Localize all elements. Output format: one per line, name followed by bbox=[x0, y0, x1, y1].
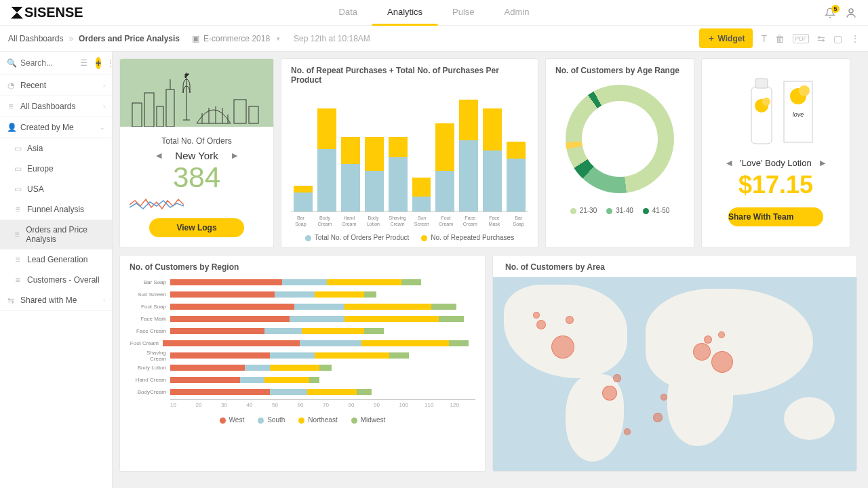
present-icon[interactable]: ▢ bbox=[833, 33, 842, 44]
tab-data[interactable]: Data bbox=[324, 0, 372, 26]
sidebar-item-funnel-analysis[interactable]: ≡Funnel Analysis bbox=[0, 199, 112, 220]
search-icon: 🔍 bbox=[7, 58, 15, 68]
svg-rect-14 bbox=[249, 106, 258, 123]
product-image: love bbox=[711, 66, 840, 154]
card-title: No. of Customers by Age Range bbox=[555, 66, 684, 75]
notification-count: 5 bbox=[831, 5, 840, 13]
legend-21-30: 21-30 bbox=[570, 207, 597, 214]
sidebar-item-usa[interactable]: ▭USA bbox=[0, 179, 112, 199]
add-widget-button[interactable]: ＋Widget bbox=[699, 28, 753, 48]
svg-point-17 bbox=[799, 85, 810, 96]
svg-rect-3 bbox=[157, 106, 163, 127]
product-name: 'Love' Body Lotion bbox=[740, 158, 811, 168]
card-customers-region: No. of Customers by Region Bar SoapSun S… bbox=[119, 255, 486, 472]
logo: SISENSE bbox=[11, 5, 83, 20]
cube-icon: ▣ bbox=[192, 34, 199, 43]
share-team-button[interactable]: Share With Team bbox=[728, 207, 823, 226]
svg-point-0 bbox=[849, 9, 853, 13]
legend-orders: Total No. of Orders Per Product bbox=[305, 234, 410, 241]
folder-icon: ▭ bbox=[14, 144, 22, 153]
search-input[interactable] bbox=[20, 58, 75, 68]
sidebar-all[interactable]: ≡All Dashboards› bbox=[0, 96, 112, 117]
svg-rect-20 bbox=[755, 79, 768, 88]
clock-icon: ◔ bbox=[7, 81, 15, 90]
folder-icon: ≡ bbox=[14, 275, 22, 285]
bar-chart bbox=[291, 90, 528, 212]
card-repeat-purchases: No. of Repeat Purchases + Total No. of P… bbox=[281, 58, 538, 248]
tab-admin[interactable]: Admin bbox=[490, 0, 545, 26]
folder-icon: ≡ bbox=[14, 205, 22, 214]
folder-icon: ≡ bbox=[14, 230, 20, 239]
next-arrow-icon[interactable]: ▶ bbox=[232, 151, 237, 160]
main-tabs: DataAnalyticsPulseAdmin bbox=[324, 0, 545, 26]
svg-rect-13 bbox=[234, 100, 246, 123]
more-icon[interactable]: ⋮ bbox=[850, 33, 860, 44]
legend-41-50: 41-50 bbox=[643, 207, 670, 214]
dataset-selector[interactable]: ▣ E-commerce 2018 ▾ bbox=[192, 34, 280, 43]
last-refresh-time: Sep 12th at 10:18AM bbox=[294, 34, 370, 43]
legend-midwest: Midwest bbox=[351, 416, 386, 424]
legend-northeast: Northeast bbox=[298, 416, 337, 424]
skyline-illustration bbox=[120, 59, 273, 127]
next-arrow-icon[interactable]: ▶ bbox=[820, 159, 825, 167]
prev-arrow-icon[interactable]: ◀ bbox=[156, 151, 161, 160]
more-icon[interactable]: ⋮ bbox=[106, 58, 115, 68]
card-title: Total No. Of Orders bbox=[130, 136, 264, 146]
tab-analytics[interactable]: Analytics bbox=[372, 0, 437, 26]
sidebar-created-by-me[interactable]: 👤Created by Me⌄ bbox=[0, 117, 112, 138]
sidebar-item-lead-generation[interactable]: ≡Lead Generation bbox=[0, 249, 112, 270]
card-title: No. of Repeat Purchases + Total No. of P… bbox=[291, 66, 528, 85]
chevron-down-icon: ⌄ bbox=[100, 124, 105, 131]
sidebar-item-europe[interactable]: ▭Europe bbox=[0, 159, 112, 179]
folder-icon: ≡ bbox=[14, 255, 22, 264]
bell-icon[interactable]: 5 bbox=[825, 7, 835, 18]
breadcrumb-current[interactable]: Orders and Price Analysis bbox=[79, 34, 180, 43]
sidebar-item-orders-and-price-analysis[interactable]: ≡Orders and Price Analysis bbox=[0, 220, 112, 249]
list-icon: ≡ bbox=[7, 102, 15, 111]
orders-city: New York bbox=[175, 150, 218, 161]
sidebar-item-asia[interactable]: ▭Asia bbox=[0, 138, 112, 159]
sidebar: 🔍 ☰ + ⋮ ◔Recent› ≡All Dashboards› 👤Creat… bbox=[0, 52, 113, 488]
card-customers-area: No. of Customers by Area bbox=[492, 255, 857, 472]
svg-point-22 bbox=[762, 98, 770, 106]
sparkline bbox=[130, 197, 184, 211]
orders-value: 384 bbox=[130, 161, 264, 194]
text-icon[interactable]: T bbox=[761, 33, 767, 44]
card-title: No. of Customers by Area bbox=[505, 262, 605, 272]
card-total-orders: Total No. Of Orders ◀ New York ▶ 384 Vie… bbox=[119, 58, 274, 248]
chevron-down-icon: ▾ bbox=[277, 35, 280, 42]
world-map[interactable] bbox=[493, 277, 856, 471]
folder-icon: ▭ bbox=[14, 164, 22, 174]
view-logs-button[interactable]: View Logs bbox=[149, 218, 244, 237]
breadcrumb-root[interactable]: All Dashboards bbox=[8, 34, 63, 43]
share-icon[interactable]: ⇆ bbox=[817, 33, 825, 44]
card-customers-age: No. of Customers by Age Range 21-3031-40… bbox=[545, 58, 694, 248]
card-title: No. of Customers by Region bbox=[130, 262, 475, 272]
svg-rect-19 bbox=[751, 87, 772, 144]
sidebar-shared[interactable]: ⇆Shared with Me› bbox=[0, 290, 112, 311]
add-dashboard-button[interactable]: + bbox=[96, 57, 101, 69]
horizontal-bar-chart: Bar SoapSun ScreenFoot SoapFace MarkFace… bbox=[130, 277, 475, 397]
filter-icon[interactable]: ☰ bbox=[80, 58, 87, 68]
card-featured-product: love ◀ 'Love' Body Lotion ▶ $17.15 Share… bbox=[701, 58, 850, 248]
legend-31-40: 31-40 bbox=[606, 207, 633, 214]
trash-icon[interactable]: 🗑 bbox=[775, 33, 785, 44]
sidebar-item-customers---overall[interactable]: ≡Customers - Overall bbox=[0, 270, 112, 290]
legend-south: South bbox=[258, 416, 285, 424]
folder-icon: ▭ bbox=[14, 184, 22, 194]
svg-text:love: love bbox=[793, 111, 804, 118]
pdf-icon[interactable]: PDF bbox=[793, 34, 809, 43]
donut-chart bbox=[566, 85, 674, 193]
sidebar-recent[interactable]: ◔Recent› bbox=[0, 75, 112, 96]
svg-rect-1 bbox=[132, 103, 142, 127]
svg-rect-4 bbox=[166, 89, 174, 127]
share-icon: ⇆ bbox=[7, 296, 15, 305]
user-icon[interactable] bbox=[845, 7, 857, 19]
user-icon: 👤 bbox=[7, 123, 15, 132]
product-price: $17.15 bbox=[711, 171, 840, 199]
prev-arrow-icon[interactable]: ◀ bbox=[726, 159, 732, 167]
legend-west: West bbox=[220, 416, 245, 424]
tab-pulse[interactable]: Pulse bbox=[437, 0, 490, 26]
svg-rect-2 bbox=[144, 93, 154, 127]
chevron-right-icon: » bbox=[68, 34, 73, 43]
